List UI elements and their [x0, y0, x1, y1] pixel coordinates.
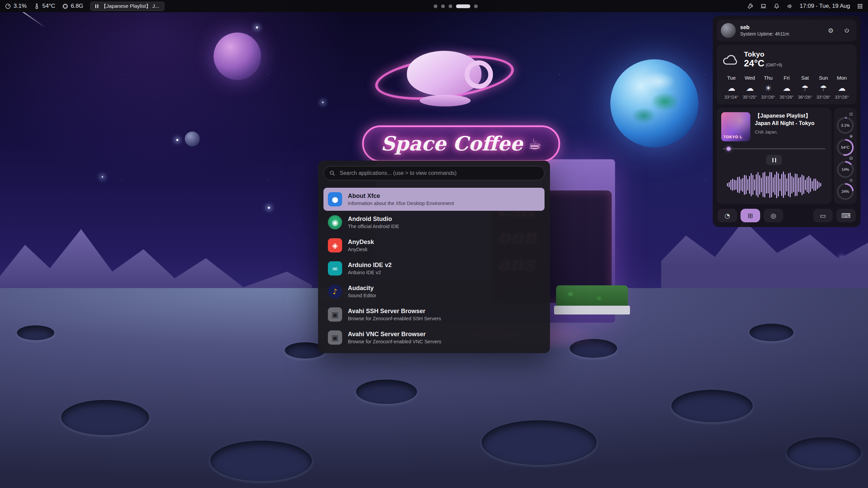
now-playing-pill[interactable]: 【Japanese Playlist】 J...: [90, 2, 164, 11]
gauge: ⊕ 54°C: [837, 134, 854, 156]
app-grid-button[interactable]: [857, 3, 863, 9]
earth-planet: [610, 59, 698, 147]
power-button[interactable]: [841, 25, 852, 36]
thermometer-icon: [34, 3, 40, 9]
volume-button[interactable]: [787, 3, 793, 9]
app-name: About Xfce: [348, 192, 454, 200]
launcher-search[interactable]: [323, 166, 545, 180]
launcher-app-row[interactable]: ▣ Avahi SSH Server Browser Browse for Ze…: [323, 303, 545, 326]
launcher-app-row[interactable]: ● About Xfce Information about the Xfce …: [323, 188, 545, 211]
dashboard-button[interactable]: ◔: [717, 209, 737, 222]
search-input[interactable]: [340, 170, 539, 176]
disk-icon: ⊙: [849, 178, 853, 183]
cloud-icon: [722, 52, 738, 68]
memory-icon: ⊟: [849, 156, 853, 161]
gauge-value: 54°C: [841, 145, 850, 149]
hedge: [556, 285, 628, 307]
cpu-value: 3.1%: [14, 3, 27, 9]
progress-knob[interactable]: [727, 147, 731, 151]
temp-icon: ⊕: [849, 134, 853, 139]
weather-temp: 24°C: [744, 58, 764, 68]
keyboard-button[interactable]: ⌨: [836, 209, 856, 222]
launcher-app-row[interactable]: ◈ AnyDesk AnyDesk: [323, 234, 545, 257]
cpu-gauge-icon: [5, 3, 11, 9]
notifications-button[interactable]: [773, 3, 780, 9]
track-progress-bar[interactable]: [723, 148, 826, 149]
rain-icon: ☂: [814, 84, 832, 93]
app-name: Arduino IDE v2: [348, 262, 392, 269]
forecast-day-label: Tue: [722, 75, 741, 81]
launcher-app-row[interactable]: ◉ Android Studio The official Android ID…: [323, 211, 545, 234]
crater: [210, 441, 312, 481]
workspace-dot[interactable]: [441, 4, 445, 8]
anydesk-icon: ◈: [328, 238, 342, 252]
forecast-temps: 36°/26°: [796, 95, 814, 100]
launcher-app-row[interactable]: ▣ Avahi VNC Server Browser Browse for Ze…: [323, 326, 545, 349]
gauge: ⊡ 3.1%: [837, 112, 854, 134]
system-gauges: ⊡ 3.1% ⊕ 54°C ⊟ 14% ⊙ 24%: [834, 108, 856, 204]
clock[interactable]: 17:09 - Tue, 19 Aug: [800, 3, 850, 9]
memory-value: 6.8G: [71, 3, 83, 9]
tools-button[interactable]: [747, 3, 753, 9]
launcher-app-row[interactable]: ∞ Arduino IDE v2 Arduino IDE v2: [323, 257, 545, 280]
compass-button[interactable]: ◎: [764, 209, 783, 222]
app-name: Audacity: [348, 285, 376, 292]
bright-star: [102, 176, 103, 178]
workspace-indicator[interactable]: [434, 4, 478, 8]
album-art[interactable]: TOKYO L: [721, 112, 750, 141]
forecast-day: Sun ☂ 33°/26°: [814, 75, 832, 100]
forecast-day-label: Fri: [777, 75, 796, 81]
workspace-dot[interactable]: [456, 4, 470, 8]
forecast-day: Fri ☁ 35°/26°: [777, 75, 796, 100]
track-subtitle: Chill Japan.: [755, 129, 827, 135]
forecast-temps: 33°/26°: [759, 95, 777, 100]
app-name: Avahi VNC Server Browser: [348, 331, 441, 338]
weather-city: Tokyo: [744, 50, 782, 58]
bright-star: [322, 102, 323, 103]
gauge-value: 3.1%: [841, 123, 849, 127]
sign-text: Space Coffee: [381, 132, 523, 155]
laptop-icon: [760, 3, 767, 9]
forecast-temps: 35°/26°: [777, 95, 796, 100]
cloud-icon: ☁: [777, 84, 796, 93]
display-button[interactable]: ▭: [813, 209, 833, 222]
pause-icon: [95, 4, 98, 8]
topbar-left: 3.1% 54°C 6.8G 【Japanese Playlist】 J...: [5, 2, 164, 11]
launcher-app-row[interactable]: ♪ Audacity Sound Editor: [323, 280, 545, 303]
crater: [356, 380, 417, 404]
app-description: AnyDesk: [348, 247, 374, 252]
quick-settings-row: ◔⊞◎ ▭⌨: [717, 207, 856, 223]
gauge-value: 14%: [842, 167, 849, 171]
cpu-icon: ⊡: [849, 112, 853, 117]
cloud-icon: ☁: [833, 84, 851, 93]
gauge-value: 24%: [842, 189, 849, 194]
workspace-dot[interactable]: [434, 4, 437, 8]
workspace-dot[interactable]: [449, 4, 452, 8]
search-icon: [329, 170, 336, 177]
purple-planet: [214, 33, 261, 80]
avatar[interactable]: [721, 23, 736, 38]
memory-indicator[interactable]: 6.8G: [62, 3, 83, 9]
avahi-vnc-icon: ▣: [328, 330, 342, 345]
apps-button[interactable]: ⊞: [741, 209, 760, 222]
pause-button[interactable]: [766, 155, 782, 165]
small-moon: [185, 131, 200, 146]
forecast-temps: 33°/26°: [833, 95, 851, 100]
forecast-day: Sat ☂ 36°/26°: [796, 75, 814, 100]
forecast-day-label: Thu: [759, 75, 777, 81]
gauge: ⊟ 14%: [837, 156, 854, 178]
cpu-indicator[interactable]: 3.1%: [5, 3, 27, 9]
settings-button[interactable]: ⚙: [825, 25, 836, 36]
workspace-dot[interactable]: [474, 4, 478, 8]
sun-icon: ☀: [759, 84, 777, 93]
forecast-temps: 35°/25°: [741, 95, 759, 100]
top-bar: 3.1% 54°C 6.8G 【Japanese Playlist】 J... …: [0, 0, 868, 12]
forecast-day: Wed ☁ 35°/25°: [741, 75, 759, 100]
app-description: Arduino IDE v2: [348, 270, 392, 275]
forecast-day-label: Mon: [833, 75, 851, 81]
crater: [17, 325, 54, 340]
app-description: Browse for Zeroconf-enabled SSH Servers: [348, 316, 441, 321]
temperature-indicator[interactable]: 54°C: [34, 3, 55, 9]
app-launcher: ● About Xfce Information about the Xfce …: [318, 161, 550, 353]
display-devices-button[interactable]: [760, 3, 767, 9]
